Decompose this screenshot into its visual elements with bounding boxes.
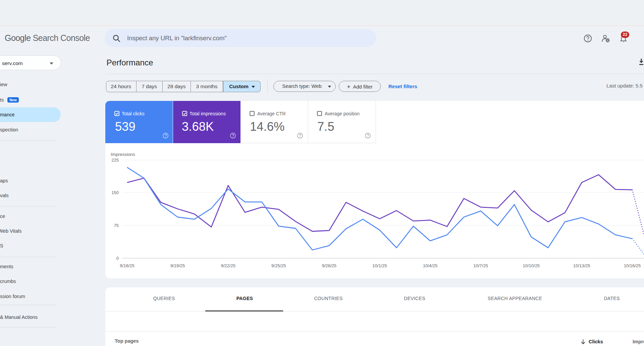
svg-text:9/22/25: 9/22/25 [221, 263, 235, 268]
svg-text:0: 0 [116, 256, 119, 261]
svg-text:9/25/25: 9/25/25 [271, 263, 286, 268]
svg-text:9/19/25: 9/19/25 [170, 263, 185, 268]
svg-text:150: 150 [111, 190, 119, 195]
svg-text:10/4/25: 10/4/25 [423, 263, 437, 268]
svg-text:10/16/25: 10/16/25 [624, 263, 641, 268]
svg-text:10/7/25: 10/7/25 [474, 263, 488, 268]
svg-text:225: 225 [111, 158, 119, 163]
svg-text:9/28/25: 9/28/25 [322, 263, 336, 268]
svg-text:10/13/25: 10/13/25 [573, 263, 590, 268]
svg-text:75: 75 [114, 223, 119, 228]
svg-text:9/16/25: 9/16/25 [120, 263, 134, 268]
svg-text:10/1/25: 10/1/25 [372, 263, 387, 268]
svg-text:10/10/25: 10/10/25 [523, 263, 540, 268]
svg-text:Impressions: Impressions [111, 152, 135, 157]
